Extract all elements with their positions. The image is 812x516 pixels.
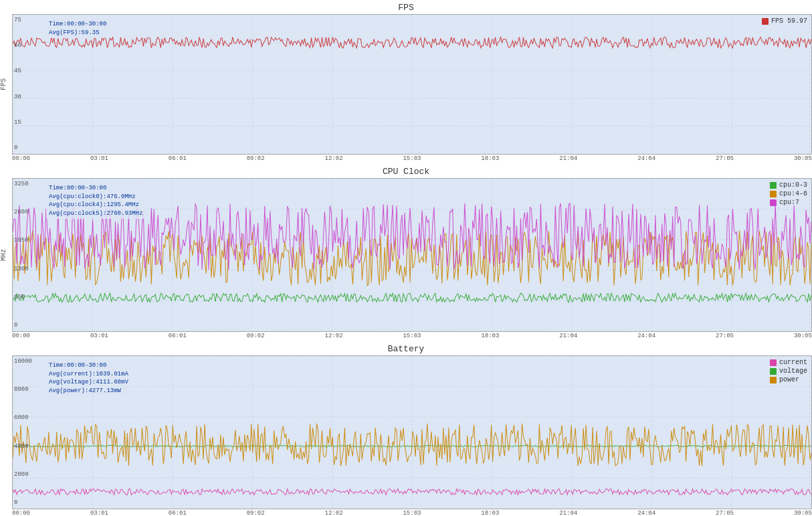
- chart-wrapper-fps: FPS75604530150Time:00:00-30:00Avg(FPS):5…: [0, 14, 812, 155]
- legend-item: power: [770, 376, 807, 383]
- x-tick: 24:04: [637, 510, 655, 516]
- legend-color: [770, 199, 777, 206]
- x-tick: 03:01: [90, 155, 108, 162]
- tooltip-line: Time:00:00-30:00: [49, 361, 128, 370]
- tooltip-line: Avg(power):4277.13mW: [49, 387, 128, 396]
- chart-title-fps: FPS: [0, 3, 812, 13]
- tooltip-line: Avg(FPS):59.35: [49, 29, 106, 37]
- x-tick: 00:00: [12, 155, 30, 162]
- chart-svg-battery: [13, 356, 811, 509]
- x-tick: 15:03: [403, 155, 421, 162]
- x-axis-battery: 00:0003:0106:0109:0212:0215:0318:0321:04…: [0, 509, 812, 516]
- tooltip-battery: Time:00:00-30:00Avg(current):1039.01mAAv…: [46, 360, 131, 396]
- y-tick: 60: [14, 43, 21, 49]
- x-tick: 21:04: [559, 333, 577, 339]
- legend-item: cpu:4-6: [770, 190, 807, 197]
- x-tick: 03:01: [90, 333, 108, 339]
- legend-color: [770, 377, 777, 383]
- y-tick: 45: [14, 68, 21, 74]
- x-tick: 24:04: [637, 155, 655, 162]
- x-tick: 12:02: [325, 510, 343, 516]
- legend-item: FPS 59.97: [762, 17, 807, 25]
- x-axis-fps: 00:0003:0106:0109:0212:0215:0318:0321:04…: [0, 155, 812, 163]
- legend-label: current: [779, 359, 807, 366]
- y-tick: 10000: [14, 359, 32, 365]
- legend-color: [770, 359, 777, 366]
- x-tick: 00:00: [12, 510, 30, 516]
- chart-wrapper-battery: 1000080006000400020000Time:00:00-30:00Av…: [0, 355, 812, 509]
- tooltip-line: Avg(cpu:clock5):2760.93MHz: [49, 209, 142, 218]
- x-tick: 12:02: [325, 155, 343, 162]
- y-tick: 30: [14, 94, 21, 100]
- y-tick: 0: [14, 145, 21, 151]
- x-tick: 15:03: [403, 333, 421, 339]
- x-tick: 00:00: [12, 333, 30, 339]
- tooltip-line: Avg(cpu:clock4):1295.4MHz: [49, 201, 142, 209]
- x-tick: 03:01: [90, 510, 108, 516]
- y-ticks-battery: 1000080006000400020000: [13, 356, 33, 509]
- legend-item: cpu:0-3: [770, 181, 807, 189]
- x-tick: 06:01: [169, 333, 187, 339]
- y-tick: 15: [14, 120, 21, 126]
- legend-label: FPS 59.97: [771, 17, 807, 25]
- chart-section-fps: FPSFPS75604530150Time:00:00-30:00Avg(FPS…: [0, 3, 812, 163]
- y-tick: 6000: [14, 415, 32, 421]
- y-tick: 2000: [14, 472, 32, 478]
- legend-label: power: [779, 376, 799, 383]
- x-tick: 09:02: [247, 510, 265, 516]
- charts-container: FPSFPS75604530150Time:00:00-30:00Avg(FPS…: [0, 0, 812, 516]
- chart-area-battery: 1000080006000400020000Time:00:00-30:00Av…: [12, 355, 812, 509]
- legend-battery: currentvoltagepower: [770, 359, 807, 385]
- x-tick: 06:01: [169, 510, 187, 516]
- legend-label: cpu:4-6: [779, 190, 807, 197]
- x-tick: 18:03: [481, 155, 499, 162]
- x-tick: 27:05: [716, 155, 734, 162]
- legend-label: cpu:7: [779, 199, 799, 206]
- y-tick: 3250: [14, 181, 29, 187]
- x-tick: 18:03: [481, 510, 499, 516]
- legend-color: [770, 191, 777, 197]
- legend-color: [762, 18, 769, 25]
- y-ticks-cpu-clock: 32502600195013006500: [13, 179, 30, 331]
- tooltip-line: Avg(current):1039.01mA: [49, 370, 128, 379]
- x-tick: 30:05: [794, 155, 812, 162]
- legend-color: [770, 182, 777, 189]
- x-tick: 24:04: [637, 333, 655, 339]
- x-tick: 30:05: [794, 510, 812, 516]
- chart-area-cpu-clock: 32502600195013006500Time:00:00-30:00Avg(…: [12, 178, 812, 332]
- y-axis-label-battery: [0, 355, 12, 509]
- y-axis-label-cpu-clock: MHz: [0, 178, 12, 332]
- y-tick: 1950: [14, 238, 29, 244]
- x-tick: 12:02: [325, 333, 343, 339]
- y-tick: 2600: [14, 209, 29, 216]
- chart-title-battery: Battery: [0, 344, 812, 354]
- tooltip-line: Avg(voltage):4111.60mV: [49, 378, 128, 387]
- legend-item: current: [770, 359, 807, 366]
- x-tick: 30:05: [794, 333, 812, 339]
- x-axis-cpu-clock: 00:0003:0106:0109:0212:0215:0318:0321:04…: [0, 332, 812, 340]
- chart-wrapper-cpu-clock: MHz32502600195013006500Time:00:00-30:00A…: [0, 178, 812, 332]
- legend-cpu-clock: cpu:0-3cpu:4-6cpu:7: [770, 181, 807, 207]
- x-tick: 09:02: [247, 155, 265, 162]
- y-tick: 0: [14, 500, 32, 506]
- x-tick: 15:03: [403, 510, 421, 516]
- y-tick: 0: [14, 323, 29, 329]
- x-tick: 21:04: [559, 510, 577, 516]
- chart-svg-fps: [13, 15, 811, 154]
- x-tick: 27:05: [716, 510, 734, 516]
- y-ticks-fps: 75604530150: [13, 15, 23, 154]
- tooltip-fps: Time:00:00-30:00Avg(FPS):59.35: [46, 19, 109, 38]
- x-tick: 09:02: [247, 333, 265, 339]
- legend-item: cpu:7: [770, 199, 807, 206]
- legend-fps: FPS 59.97: [762, 17, 807, 26]
- x-tick: 18:03: [481, 333, 499, 339]
- x-tick: 06:01: [169, 155, 187, 162]
- chart-title-cpu-clock: CPU Clock: [0, 167, 812, 177]
- tooltip-line: Time:00:00-30:00: [49, 184, 142, 193]
- legend-color: [770, 368, 777, 375]
- x-tick: 27:05: [716, 333, 734, 339]
- y-tick: 1300: [14, 266, 29, 272]
- y-tick: 650: [14, 294, 29, 300]
- tooltip-cpu-clock: Time:00:00-30:00Avg(cpu:clock0):476.0MHz…: [46, 183, 145, 219]
- y-axis-label-fps: FPS: [0, 14, 12, 155]
